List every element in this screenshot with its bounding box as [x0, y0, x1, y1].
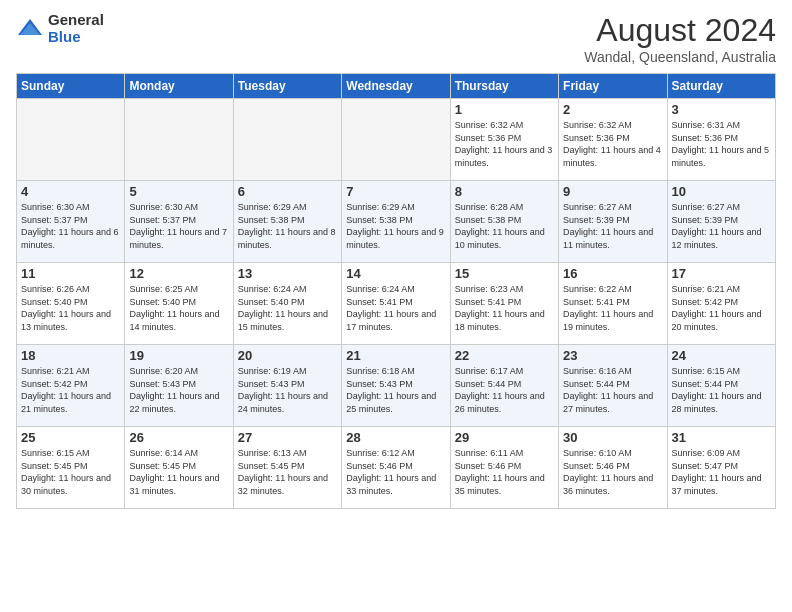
day-info: Sunrise: 6:29 AMSunset: 5:38 PMDaylight:… [346, 201, 445, 251]
day-info: Sunrise: 6:20 AMSunset: 5:43 PMDaylight:… [129, 365, 228, 415]
day-number: 30 [563, 430, 662, 445]
day-info: Sunrise: 6:24 AMSunset: 5:40 PMDaylight:… [238, 283, 337, 333]
logo-blue-label: Blue [48, 29, 104, 46]
table-row: 17Sunrise: 6:21 AMSunset: 5:42 PMDayligh… [667, 263, 775, 345]
day-info: Sunrise: 6:29 AMSunset: 5:38 PMDaylight:… [238, 201, 337, 251]
day-info: Sunrise: 6:15 AMSunset: 5:45 PMDaylight:… [21, 447, 120, 497]
table-row: 15Sunrise: 6:23 AMSunset: 5:41 PMDayligh… [450, 263, 558, 345]
day-number: 5 [129, 184, 228, 199]
day-info: Sunrise: 6:16 AMSunset: 5:44 PMDaylight:… [563, 365, 662, 415]
day-info: Sunrise: 6:18 AMSunset: 5:43 PMDaylight:… [346, 365, 445, 415]
day-number: 27 [238, 430, 337, 445]
calendar-table: Sunday Monday Tuesday Wednesday Thursday… [16, 73, 776, 509]
day-number: 3 [672, 102, 771, 117]
table-row: 24Sunrise: 6:15 AMSunset: 5:44 PMDayligh… [667, 345, 775, 427]
day-number: 10 [672, 184, 771, 199]
day-number: 2 [563, 102, 662, 117]
header-thursday: Thursday [450, 74, 558, 99]
day-number: 24 [672, 348, 771, 363]
calendar-week-row: 25Sunrise: 6:15 AMSunset: 5:45 PMDayligh… [17, 427, 776, 509]
table-row: 2Sunrise: 6:32 AMSunset: 5:36 PMDaylight… [559, 99, 667, 181]
day-info: Sunrise: 6:31 AMSunset: 5:36 PMDaylight:… [672, 119, 771, 169]
day-info: Sunrise: 6:13 AMSunset: 5:45 PMDaylight:… [238, 447, 337, 497]
calendar-week-row: 11Sunrise: 6:26 AMSunset: 5:40 PMDayligh… [17, 263, 776, 345]
day-number: 14 [346, 266, 445, 281]
header: General Blue August 2024 Wandal, Queensl… [16, 12, 776, 65]
day-number: 31 [672, 430, 771, 445]
table-row: 30Sunrise: 6:10 AMSunset: 5:46 PMDayligh… [559, 427, 667, 509]
day-info: Sunrise: 6:32 AMSunset: 5:36 PMDaylight:… [455, 119, 554, 169]
day-info: Sunrise: 6:21 AMSunset: 5:42 PMDaylight:… [672, 283, 771, 333]
day-number: 26 [129, 430, 228, 445]
table-row: 29Sunrise: 6:11 AMSunset: 5:46 PMDayligh… [450, 427, 558, 509]
table-row: 13Sunrise: 6:24 AMSunset: 5:40 PMDayligh… [233, 263, 341, 345]
day-info: Sunrise: 6:14 AMSunset: 5:45 PMDaylight:… [129, 447, 228, 497]
table-row: 6Sunrise: 6:29 AMSunset: 5:38 PMDaylight… [233, 181, 341, 263]
title-block: August 2024 Wandal, Queensland, Australi… [584, 12, 776, 65]
day-number: 11 [21, 266, 120, 281]
day-info: Sunrise: 6:19 AMSunset: 5:43 PMDaylight:… [238, 365, 337, 415]
location-subtitle: Wandal, Queensland, Australia [584, 49, 776, 65]
day-number: 25 [21, 430, 120, 445]
table-row: 23Sunrise: 6:16 AMSunset: 5:44 PMDayligh… [559, 345, 667, 427]
table-row: 22Sunrise: 6:17 AMSunset: 5:44 PMDayligh… [450, 345, 558, 427]
table-row [233, 99, 341, 181]
header-saturday: Saturday [667, 74, 775, 99]
header-wednesday: Wednesday [342, 74, 450, 99]
table-row: 10Sunrise: 6:27 AMSunset: 5:39 PMDayligh… [667, 181, 775, 263]
day-info: Sunrise: 6:24 AMSunset: 5:41 PMDaylight:… [346, 283, 445, 333]
day-info: Sunrise: 6:11 AMSunset: 5:46 PMDaylight:… [455, 447, 554, 497]
day-number: 16 [563, 266, 662, 281]
day-number: 8 [455, 184, 554, 199]
day-number: 9 [563, 184, 662, 199]
table-row [17, 99, 125, 181]
day-info: Sunrise: 6:27 AMSunset: 5:39 PMDaylight:… [672, 201, 771, 251]
calendar-week-row: 4Sunrise: 6:30 AMSunset: 5:37 PMDaylight… [17, 181, 776, 263]
day-info: Sunrise: 6:09 AMSunset: 5:47 PMDaylight:… [672, 447, 771, 497]
day-number: 13 [238, 266, 337, 281]
table-row: 31Sunrise: 6:09 AMSunset: 5:47 PMDayligh… [667, 427, 775, 509]
table-row: 20Sunrise: 6:19 AMSunset: 5:43 PMDayligh… [233, 345, 341, 427]
table-row: 27Sunrise: 6:13 AMSunset: 5:45 PMDayligh… [233, 427, 341, 509]
table-row: 28Sunrise: 6:12 AMSunset: 5:46 PMDayligh… [342, 427, 450, 509]
table-row: 26Sunrise: 6:14 AMSunset: 5:45 PMDayligh… [125, 427, 233, 509]
day-info: Sunrise: 6:28 AMSunset: 5:38 PMDaylight:… [455, 201, 554, 251]
logo-icon [16, 15, 44, 43]
table-row: 4Sunrise: 6:30 AMSunset: 5:37 PMDaylight… [17, 181, 125, 263]
table-row: 25Sunrise: 6:15 AMSunset: 5:45 PMDayligh… [17, 427, 125, 509]
table-row: 12Sunrise: 6:25 AMSunset: 5:40 PMDayligh… [125, 263, 233, 345]
day-info: Sunrise: 6:32 AMSunset: 5:36 PMDaylight:… [563, 119, 662, 169]
day-info: Sunrise: 6:21 AMSunset: 5:42 PMDaylight:… [21, 365, 120, 415]
day-number: 29 [455, 430, 554, 445]
day-info: Sunrise: 6:12 AMSunset: 5:46 PMDaylight:… [346, 447, 445, 497]
table-row: 14Sunrise: 6:24 AMSunset: 5:41 PMDayligh… [342, 263, 450, 345]
day-info: Sunrise: 6:30 AMSunset: 5:37 PMDaylight:… [21, 201, 120, 251]
day-info: Sunrise: 6:30 AMSunset: 5:37 PMDaylight:… [129, 201, 228, 251]
table-row: 9Sunrise: 6:27 AMSunset: 5:39 PMDaylight… [559, 181, 667, 263]
month-title: August 2024 [584, 12, 776, 49]
logo-general-label: General [48, 12, 104, 29]
table-row: 3Sunrise: 6:31 AMSunset: 5:36 PMDaylight… [667, 99, 775, 181]
day-info: Sunrise: 6:26 AMSunset: 5:40 PMDaylight:… [21, 283, 120, 333]
table-row: 19Sunrise: 6:20 AMSunset: 5:43 PMDayligh… [125, 345, 233, 427]
table-row: 1Sunrise: 6:32 AMSunset: 5:36 PMDaylight… [450, 99, 558, 181]
day-info: Sunrise: 6:27 AMSunset: 5:39 PMDaylight:… [563, 201, 662, 251]
header-sunday: Sunday [17, 74, 125, 99]
table-row: 5Sunrise: 6:30 AMSunset: 5:37 PMDaylight… [125, 181, 233, 263]
day-number: 1 [455, 102, 554, 117]
table-row: 21Sunrise: 6:18 AMSunset: 5:43 PMDayligh… [342, 345, 450, 427]
day-info: Sunrise: 6:17 AMSunset: 5:44 PMDaylight:… [455, 365, 554, 415]
calendar-week-row: 1Sunrise: 6:32 AMSunset: 5:36 PMDaylight… [17, 99, 776, 181]
header-friday: Friday [559, 74, 667, 99]
day-number: 15 [455, 266, 554, 281]
page: General Blue August 2024 Wandal, Queensl… [0, 0, 792, 612]
day-number: 21 [346, 348, 445, 363]
table-row: 11Sunrise: 6:26 AMSunset: 5:40 PMDayligh… [17, 263, 125, 345]
day-info: Sunrise: 6:22 AMSunset: 5:41 PMDaylight:… [563, 283, 662, 333]
day-number: 17 [672, 266, 771, 281]
day-info: Sunrise: 6:10 AMSunset: 5:46 PMDaylight:… [563, 447, 662, 497]
day-number: 12 [129, 266, 228, 281]
day-number: 6 [238, 184, 337, 199]
table-row: 18Sunrise: 6:21 AMSunset: 5:42 PMDayligh… [17, 345, 125, 427]
day-number: 19 [129, 348, 228, 363]
